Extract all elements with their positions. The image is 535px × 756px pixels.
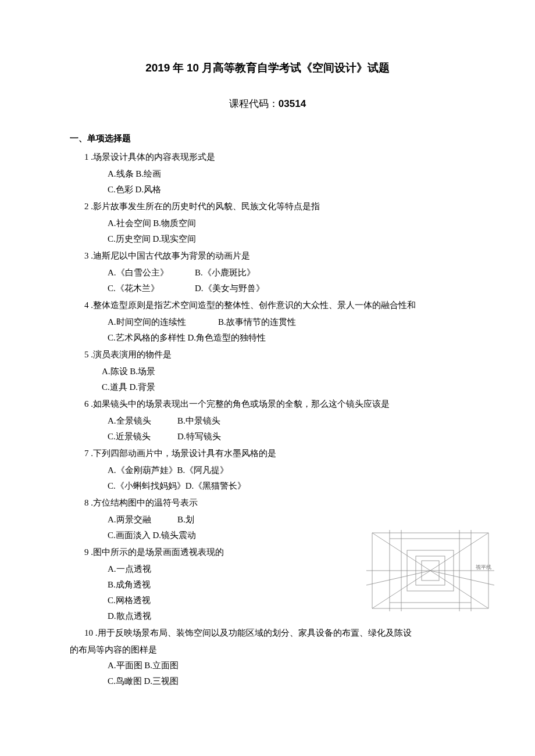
title-suffix: 月高等教育自学考试《空间设计》试题 xyxy=(199,62,390,74)
q6-option-c: C.近景镜头 xyxy=(108,429,177,445)
q10-options-cd: C.鸟瞰图 D.三视图 xyxy=(108,673,465,689)
title-mid1: 年 xyxy=(170,62,187,74)
svg-line-16 xyxy=(366,571,430,585)
q1-options-ab: A.线条 B.绘画 xyxy=(108,166,465,182)
q2-options-cd: C.历史空间 D.现实空间 xyxy=(108,231,465,247)
question-3: 3 .迪斯尼以中国古代故事为背景的动画片是 A.《白雪公主》B.《小鹿斑比》 C… xyxy=(84,248,465,296)
page-title: 2019 年 10 月高等教育自学考试《空间设计》试题 xyxy=(70,58,465,78)
section-heading-1: 一、单项选择题 xyxy=(70,131,465,146)
q4-option-a: A.时间空间的连续性 xyxy=(108,314,218,330)
q6-stem: 6 .如果镜头中的场景表现出一个完整的角色或场景的全貌，那么这个镜头应该是 xyxy=(84,396,465,412)
q3-option-b: B.《小鹿斑比》 xyxy=(195,268,255,277)
q6-option-d: D.特写镜头 xyxy=(177,432,221,441)
horizon-line-label: 视平线 xyxy=(476,564,491,570)
q8-options-ab: A.两景交融B.划 xyxy=(108,512,465,528)
q1-options-cd: C.色彩 D.风格 xyxy=(108,182,465,198)
course-code-line: 课程代码：03514 xyxy=(70,95,465,113)
title-year: 2019 xyxy=(145,62,170,74)
course-code-value: 03514 xyxy=(279,98,306,109)
perspective-diagram-image: 视平线 xyxy=(366,527,494,614)
q3-stem: 3 .迪斯尼以中国古代故事为背景的动画片是 xyxy=(84,248,465,264)
q6-options-ab: A.全景镜头B.中景镜头 xyxy=(108,413,465,429)
course-code-label: 课程代码： xyxy=(229,98,279,109)
q4-options-ab: A.时间空间的连续性B.故事情节的连贯性 xyxy=(108,314,465,330)
q3-options-cd: C.《花木兰》D.《美女与野兽》 xyxy=(108,281,465,296)
question-7: 7 .下列四部动画片中，场景设计具有水墨风格的是 A.《金刚葫芦娃》B.《阿凡提… xyxy=(84,446,465,494)
q6-option-b: B.中景镜头 xyxy=(177,416,220,425)
q4-stem: 4 .整体造型原则是指艺术空间造型的整体性、创作意识的大众性、景人一体的融合性和 xyxy=(84,298,465,313)
q8-option-a: A.两景交融 xyxy=(108,512,177,528)
q10-stem-line1: 10 .用于反映场景布局、装饰空间以及功能区域的划分、家具设备的布置、绿化及陈设 xyxy=(84,625,465,641)
question-5: 5 .演员表演用的物件是 A.陈设 B.场景 C.道具 D.背景 xyxy=(84,347,465,395)
question-2: 2 .影片故事发生所在的历史时代的风貌、民族文化等特点是指 A.社会空间 B.物… xyxy=(84,199,465,247)
q10-options-ab: A.平面图 B.立面图 xyxy=(108,658,465,673)
q4-option-b: B.故事情节的连贯性 xyxy=(218,317,296,327)
q6-options-cd: C.近景镜头D.特写镜头 xyxy=(108,429,465,445)
q2-options-ab: A.社会空间 B.物质空间 xyxy=(108,216,465,231)
q5-options-cd: C.道具 D.背景 xyxy=(102,379,465,395)
q7-stem: 7 .下列四部动画片中，场景设计具有水墨风格的是 xyxy=(84,446,465,461)
q7-options-ab: A.《金刚葫芦娃》B.《阿凡提》 xyxy=(108,463,465,478)
svg-line-17 xyxy=(430,571,494,585)
question-4: 4 .整体造型原则是指艺术空间造型的整体性、创作意识的大众性、景人一体的融合性和… xyxy=(84,298,465,346)
q2-stem: 2 .影片故事发生所在的历史时代的风貌、民族文化等特点是指 xyxy=(84,199,465,214)
question-9: 9 .图中所示的是场景画面透视表现的 A.一点透视 B.成角透视 C.网格透视 … xyxy=(84,544,465,624)
q4-options-cd: C.艺术风格的多样性 D.角色造型的独特性 xyxy=(108,330,465,346)
q7-options-cd: C.《小蝌蚪找妈妈》D.《黑猫警长》 xyxy=(108,478,465,494)
q3-option-d: D.《美女与野兽》 xyxy=(195,284,265,293)
question-6: 6 .如果镜头中的场景表现出一个完整的角色或场景的全貌，那么这个镜头应该是 A.… xyxy=(84,396,465,445)
q8-stem: 8 .方位结构图中的温符号表示 xyxy=(84,495,465,511)
q5-options-ab: A.陈设 B.场景 xyxy=(102,364,465,379)
q5-stem: 5 .演员表演用的物件是 xyxy=(84,347,465,363)
q6-option-a: A.全景镜头 xyxy=(108,413,177,429)
question-10-options: A.平面图 B.立面图 C.鸟瞰图 D.三视图 xyxy=(84,658,465,689)
question-1: 1 .场景设计具体的内容表现形式是 A.线条 B.绘画 C.色彩 D.风格 xyxy=(84,149,465,198)
q8-option-b: B.划 xyxy=(177,515,194,524)
question-10: 10 .用于反映场景布局、装饰空间以及功能区域的划分、家具设备的布置、绿化及陈设 xyxy=(84,625,465,641)
q3-option-a: A.《白雪公主》 xyxy=(108,265,195,281)
q3-option-c: C.《花木兰》 xyxy=(108,281,195,296)
q1-stem: 1 .场景设计具体的内容表现形式是 xyxy=(84,149,465,165)
title-month: 10 xyxy=(187,62,199,74)
q3-options-ab: A.《白雪公主》B.《小鹿斑比》 xyxy=(108,265,465,281)
q10-stem-line2: 的布局等内容的图样是 xyxy=(70,642,465,658)
